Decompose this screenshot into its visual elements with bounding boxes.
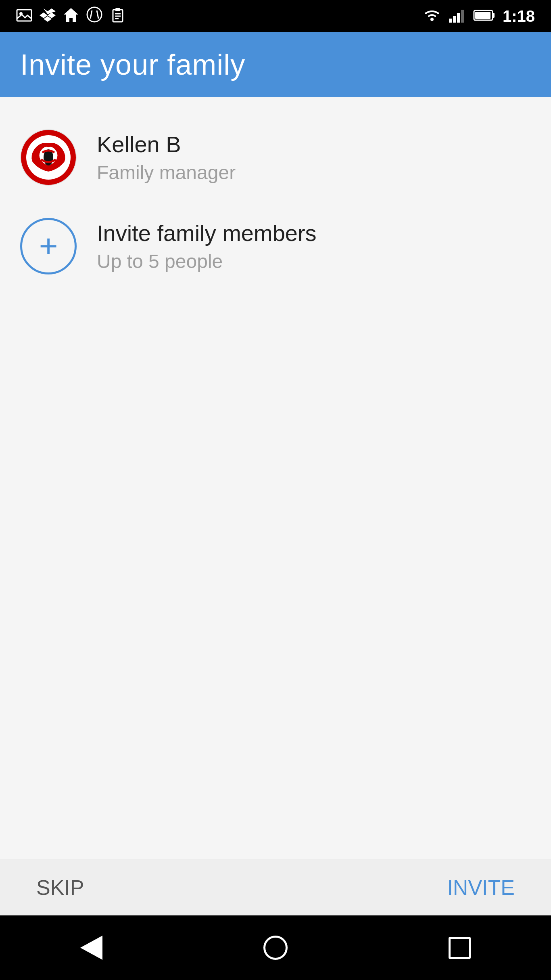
status-bar-left-icons [16, 6, 126, 26]
plus-icon: + [39, 230, 58, 262]
svg-rect-21 [475, 12, 490, 19]
skip-button[interactable]: SKIP [24, 867, 96, 908]
dropbox-icon [40, 6, 56, 26]
status-time: 1:18 [503, 7, 535, 25]
invite-members-item[interactable]: + Invite family members Up to 5 people [0, 202, 551, 291]
invite-members-text: Invite family members Up to 5 people [97, 220, 317, 272]
app-bar: Invite your family [0, 32, 551, 97]
home-button[interactable] [263, 936, 288, 960]
family-manager-name: Kellen B [97, 131, 236, 157]
android-nav-bar [0, 915, 551, 980]
invite-members-subtitle: Up to 5 people [97, 250, 317, 272]
avatar [20, 129, 77, 186]
family-manager-item: Kellen B Family manager [0, 113, 551, 202]
parallels-icon [86, 6, 102, 26]
invite-members-title: Invite family members [97, 220, 317, 246]
add-member-circle[interactable]: + [20, 218, 77, 274]
svg-rect-18 [457, 13, 460, 23]
svg-rect-17 [453, 16, 456, 23]
svg-marker-6 [64, 8, 78, 22]
svg-rect-19 [461, 10, 464, 23]
main-content: Kellen B Family manager + Invite family … [0, 97, 551, 522]
svg-rect-0 [17, 10, 31, 21]
wifi-icon [423, 7, 441, 25]
invite-button[interactable]: INVITE [435, 867, 527, 908]
page-title: Invite your family [20, 48, 245, 81]
gallery-icon [16, 6, 32, 26]
back-button[interactable] [80, 936, 102, 960]
bottom-action-bar: SKIP INVITE [0, 859, 551, 915]
family-manager-text: Kellen B Family manager [97, 131, 236, 184]
svg-line-9 [97, 10, 98, 19]
status-bar: 1:18 [0, 0, 551, 32]
recents-button[interactable] [449, 937, 471, 959]
battery-icon [473, 7, 495, 25]
app-content: Invite your family Kell [0, 32, 551, 915]
svg-rect-16 [449, 19, 452, 23]
svg-rect-22 [493, 13, 495, 18]
status-bar-right-icons: 1:18 [423, 7, 535, 25]
clipboard-icon [110, 6, 126, 26]
empty-space [0, 522, 551, 915]
svg-point-7 [87, 7, 102, 22]
svg-line-8 [90, 10, 92, 19]
signal-icon [448, 7, 466, 25]
svg-point-15 [430, 18, 434, 21]
svg-marker-2 [44, 8, 56, 14]
family-manager-role: Family manager [97, 161, 236, 184]
home-icon [63, 6, 79, 26]
svg-rect-11 [115, 8, 120, 11]
